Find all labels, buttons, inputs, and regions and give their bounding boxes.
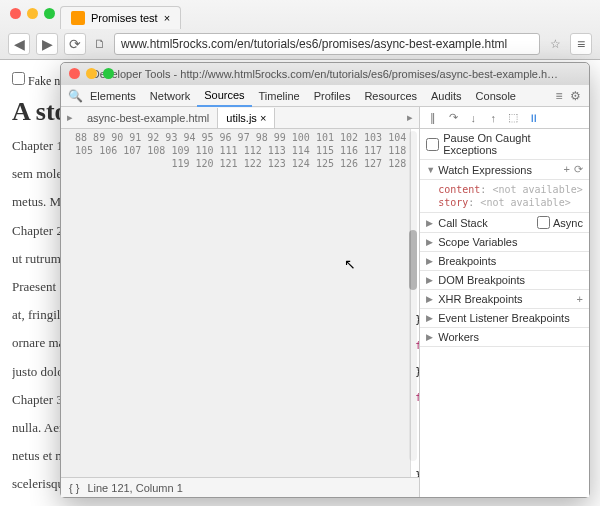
breakpoints-header[interactable]: ▶Breakpoints (420, 252, 589, 271)
pause-caught-checkbox[interactable] (426, 138, 439, 151)
tab-audits[interactable]: Audits (424, 86, 469, 106)
forward-button[interactable]: ▶ (36, 33, 58, 55)
workers-header[interactable]: ▶Workers (420, 328, 589, 347)
file-tab-1[interactable]: async-best-example.html (79, 108, 218, 128)
devtools-title: Developer Tools - http://www.html5rocks.… (92, 68, 558, 80)
page-icon: 🗋 (92, 37, 108, 51)
window-close-icon[interactable] (10, 8, 21, 19)
step-over-icon[interactable]: ↷ (446, 111, 460, 124)
file-tab-2[interactable]: utils.js × (218, 108, 275, 128)
dom-breakpoints-header[interactable]: ▶DOM Breakpoints (420, 271, 589, 290)
scrollbar[interactable] (409, 131, 417, 461)
deactivate-bp-icon[interactable]: ⬚ (506, 111, 520, 124)
step-into-icon[interactable]: ↓ (466, 112, 480, 124)
pause-exceptions-icon[interactable]: ⏸ (526, 112, 540, 124)
async-checkbox[interactable] (537, 216, 550, 229)
reload-button[interactable]: ⟳ (64, 33, 86, 55)
back-button[interactable]: ◀ (8, 33, 30, 55)
add-xhr-icon[interactable]: + (577, 293, 583, 305)
devtools-window: Developer Tools - http://www.html5rocks.… (60, 62, 590, 498)
dt-close-icon[interactable] (69, 68, 80, 79)
tab-resources[interactable]: Resources (357, 86, 424, 106)
step-out-icon[interactable]: ↑ (486, 112, 500, 124)
event-breakpoints-header[interactable]: ▶Event Listener Breakpoints (420, 309, 589, 328)
scope-variables-header[interactable]: ▶Scope Variables (420, 233, 589, 252)
bookmark-star-icon[interactable]: ☆ (546, 37, 564, 51)
code-editor[interactable]: 88 89 90 91 92 93 94 95 96 97 98 99 100 … (61, 129, 419, 477)
dt-zoom-icon[interactable] (103, 68, 114, 79)
file-close-icon[interactable]: × (260, 112, 266, 124)
tab-network[interactable]: Network (143, 86, 197, 106)
tab-timeline[interactable]: Timeline (252, 86, 307, 106)
watch-expressions-body: content: <not available> story: <not ava… (420, 180, 589, 213)
line-gutter: 88 89 90 91 92 93 94 95 96 97 98 99 100 … (61, 129, 411, 477)
settings-icon[interactable]: ⚙ (567, 89, 583, 103)
cursor-position: Line 121, Column 1 (87, 482, 182, 494)
window-minimize-icon[interactable] (27, 8, 38, 19)
tab-console[interactable]: Console (469, 86, 523, 106)
xhr-breakpoints-header[interactable]: ▶XHR Breakpoints+ (420, 290, 589, 309)
tab-sources[interactable]: Sources (197, 85, 251, 107)
menu-button[interactable]: ≡ (570, 33, 592, 55)
refresh-watch-icon[interactable]: ⟳ (574, 163, 583, 176)
watch-expressions-header[interactable]: ▼Watch Expressions +⟳ (420, 160, 589, 180)
pause-caught-row[interactable]: Pause On Caught Exceptions (420, 129, 589, 160)
url-input[interactable]: www.html5rocks.com/en/tutorials/es6/prom… (114, 33, 540, 55)
dt-min-icon[interactable] (86, 68, 97, 79)
tab-profiles[interactable]: Profiles (307, 86, 358, 106)
inspect-icon[interactable]: 🔍 (67, 89, 83, 103)
pretty-print-icon[interactable]: { } (69, 482, 79, 494)
devtools-titlebar[interactable]: Developer Tools - http://www.html5rocks.… (61, 63, 589, 85)
more-tabs-icon[interactable]: ▸ (401, 111, 419, 124)
window-zoom-icon[interactable] (44, 8, 55, 19)
tab-elements[interactable]: Elements (83, 86, 143, 106)
navigator-icon[interactable]: ▸ (61, 111, 79, 124)
drawer-icon[interactable]: ≡ (551, 89, 567, 103)
pause-icon[interactable]: ‖ (426, 111, 440, 124)
tab-close-icon[interactable]: × (164, 12, 170, 24)
browser-tab[interactable]: Promises test × (60, 6, 181, 29)
tab-title: Promises test (91, 12, 158, 24)
add-watch-icon[interactable]: + (564, 163, 570, 176)
scrollbar-thumb[interactable] (409, 230, 417, 290)
favicon-icon (71, 11, 85, 25)
call-stack-header[interactable]: ▶Call Stack Async (420, 213, 589, 233)
